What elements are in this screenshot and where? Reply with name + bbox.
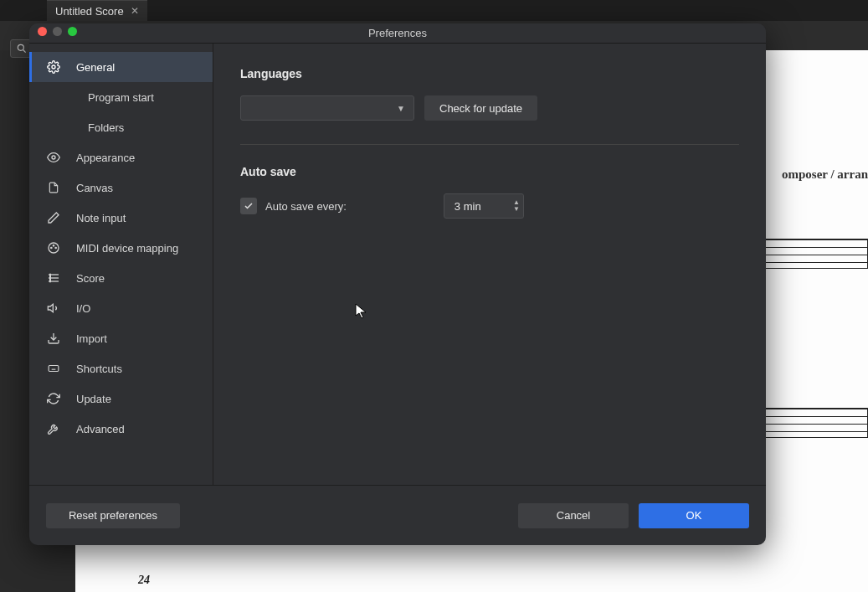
sidebar-item-canvas[interactable]: Canvas [29,172,213,203]
sidebar-item-label: Update [76,393,111,405]
document-tab[interactable]: Untitled Score ✕ [47,0,147,21]
sidebar-item-score[interactable]: Score [29,263,213,293]
svg-point-6 [55,247,56,248]
sidebar-item-shortcuts[interactable]: Shortcuts [29,353,213,384]
sidebar-item-label: MIDI device mapping [76,242,178,255]
page-icon [46,180,61,195]
sidebar-item-label: I/O [76,302,90,315]
refresh-icon [46,391,61,406]
autosave-interval-input[interactable]: 3 min ▲ ▼ [444,193,524,219]
sidebar-item-appearance[interactable]: Appearance [29,142,213,172]
speaker-icon [46,301,61,316]
autosave-checkbox[interactable] [240,198,257,214]
reset-preferences-button[interactable]: Reset preferences [46,503,180,528]
close-tab-icon[interactable]: ✕ [131,5,139,17]
sidebar-item-label: General [76,61,115,74]
sidebar-item-label: Advanced [76,423,125,435]
language-select[interactable]: ▼ [240,95,414,121]
sidebar-item-label: Program start [88,91,154,104]
midi-icon [46,240,61,255]
sidebar-item-label: Appearance [76,152,135,164]
sidebar-item-import[interactable]: Import [29,323,213,353]
autosave-interval-value: 3 min [444,200,513,213]
measure-number: 24 [138,574,150,587]
divider [240,144,739,145]
window-maximize-icon[interactable] [68,27,77,36]
svg-line-1 [23,50,26,53]
svg-marker-11 [48,304,53,311]
sidebar-item-update[interactable]: Update [29,384,213,414]
dialog-title: Preferences [368,27,427,39]
sidebar-item-label: Import [76,332,107,345]
spin-down-icon[interactable]: ▼ [513,206,520,213]
svg-rect-13 [49,366,59,372]
score-icon [46,270,61,286]
sidebar-item-label: Shortcuts [76,363,122,375]
preferences-sidebar: General Program start Folders Appearance… [29,44,213,485]
sidebar-item-general[interactable]: General [29,52,213,82]
ok-button[interactable]: OK [639,503,749,528]
sidebar-item-label: Canvas [76,182,113,194]
svg-point-4 [49,243,59,253]
download-icon [46,331,61,346]
cancel-button[interactable]: Cancel [518,503,629,528]
eye-icon [46,150,61,165]
svg-point-2 [52,65,55,69]
preferences-dialog: Preferences General Program start Folder… [29,23,766,545]
autosave-label: Auto save every: [265,200,347,213]
tab-title: Untitled Score [55,5,124,18]
svg-point-7 [53,245,54,246]
wrench-icon [46,421,61,436]
gear-icon [46,59,61,75]
sidebar-item-advanced[interactable]: Advanced [29,414,213,444]
svg-point-3 [52,156,55,159]
window-close-icon[interactable] [38,27,47,36]
sidebar-item-label: Score [76,272,105,285]
sidebar-item-io[interactable]: I/O [29,293,213,323]
window-minimize-icon[interactable] [53,27,62,36]
sidebar-item-program-start[interactable]: Program start [29,82,213,112]
pencil-icon [46,210,61,225]
sidebar-item-note-input[interactable]: Note input [29,203,213,233]
svg-point-0 [18,44,23,50]
svg-point-5 [51,247,52,248]
sidebar-item-label: Folders [88,121,124,134]
sidebar-item-label: Note input [76,212,126,224]
autosave-section-title: Auto save [240,165,739,178]
check-update-button[interactable]: Check for update [424,95,537,121]
sidebar-item-midi[interactable]: MIDI device mapping [29,233,213,263]
chevron-down-icon: ▼ [397,104,405,113]
keyboard-icon [46,361,61,376]
languages-section-title: Languages [240,67,739,80]
composer-label: omposer / arran [782,167,868,182]
sidebar-item-folders[interactable]: Folders [29,112,213,142]
